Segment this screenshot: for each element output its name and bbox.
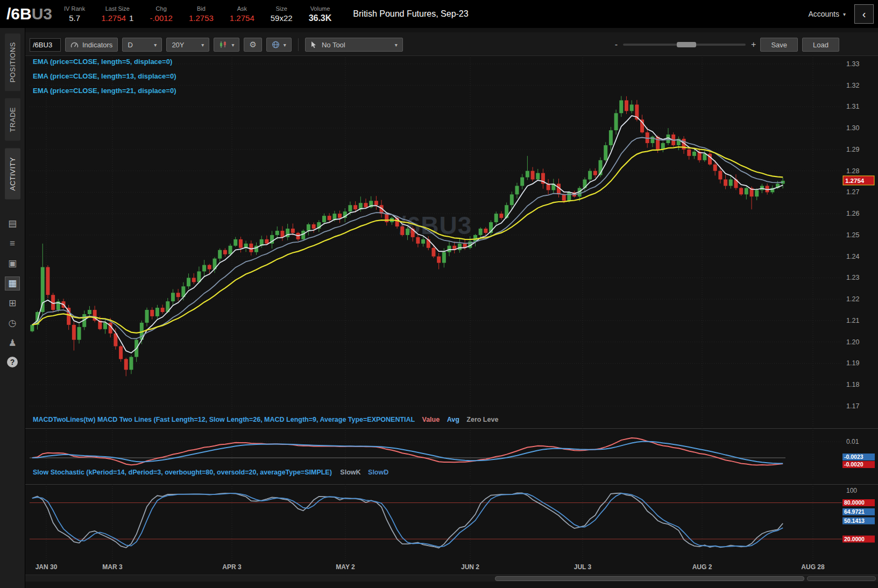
price-axis-label: 1.20: [846, 338, 859, 346]
sidebar-icon-rail: ▤≡▣▦⊞◷♟?: [0, 217, 25, 367]
price-axis-label: 1.29: [846, 146, 859, 153]
stoch-slowk-label: SlowK: [340, 469, 360, 476]
stoch-slowd-label: SlowD: [368, 469, 388, 476]
svg-text:0.01: 0.01: [846, 438, 859, 445]
history-clock-icon[interactable]: ◷: [5, 317, 19, 330]
range-dropdown[interactable]: 20Y ▾: [166, 38, 209, 52]
field-label: Size: [271, 5, 293, 12]
macd-value-line: [32, 438, 783, 465]
header-field-size: Size 59x22: [271, 5, 293, 23]
zoom-slider-thumb[interactable]: [677, 42, 696, 47]
macd-avg-line: [32, 442, 783, 464]
gear-icon: ⚙: [249, 40, 256, 49]
indicators-button[interactable]: Indicators: [65, 38, 118, 52]
tv-icon[interactable]: ▣: [5, 257, 19, 270]
collapse-panel-button[interactable]: ‹: [854, 4, 874, 24]
field-label: Bid: [189, 5, 214, 12]
chevron-down-icon: ▾: [201, 42, 204, 48]
sidebar-tab-positions[interactable]: POSITIONS: [5, 33, 20, 91]
symbol-logo: /6BU3: [0, 5, 64, 23]
macd-avg-label: Avg: [447, 416, 459, 423]
grid-globe-icon: [272, 41, 280, 48]
drawing-tool-dropdown[interactable]: No Tool ▾: [305, 38, 403, 52]
time-axis-label: MAY 2: [336, 563, 355, 571]
macd-value-label: Value: [422, 416, 440, 423]
field-label: Ask: [230, 5, 254, 12]
symbol-input[interactable]: [30, 38, 61, 52]
header-field-iv-rank: IV Rank 5.7: [64, 5, 85, 23]
header-field-bid: Bid 1.2753: [189, 5, 214, 23]
svg-text:-0.0020: -0.0020: [844, 461, 863, 467]
field-value: 1.2753: [189, 13, 214, 23]
chart-type-dropdown[interactable]: ▾: [214, 38, 239, 52]
instrument-title: British Pound Futures, Sep-23: [353, 9, 468, 19]
toolbar-separator: [298, 38, 299, 51]
left-sidebar: POSITIONS TRADE ACTIVITY ▤≡▣▦⊞◷♟?: [0, 28, 25, 588]
stochastic-pane[interactable]: 10080.000064.972150.141320.0000: [25, 484, 878, 561]
grid-layout-dropdown[interactable]: ▾: [266, 38, 292, 52]
header-field-chg: Chg -.0012: [150, 5, 173, 23]
timeframe-dropdown[interactable]: D ▾: [122, 38, 162, 52]
top-header: /6BU3 IV Rank 5.7 Last Size 1.27541 Chg …: [0, 0, 878, 28]
save-button[interactable]: Save: [760, 38, 798, 52]
chart-icon[interactable]: ▦: [5, 277, 19, 290]
load-button[interactable]: Load: [802, 38, 839, 52]
scrollbar-handle[interactable]: [495, 576, 804, 581]
zoom-in-button[interactable]: +: [751, 40, 756, 49]
sidebar-tab-trade[interactable]: TRADE: [5, 98, 20, 141]
scrollbar-right-segment[interactable]: [807, 576, 876, 581]
chart-toolbar: Indicators D ▾ 20Y ▾ ▾ ⚙ ▾ No Tool ▾ - +: [30, 37, 878, 52]
time-axis-label: APR 3: [222, 563, 241, 571]
chart-settings-button[interactable]: ⚙: [244, 38, 261, 52]
chevron-down-icon: ▾: [284, 42, 286, 48]
svg-text:100: 100: [846, 487, 857, 494]
price-axis-label: 1.23: [846, 274, 859, 281]
macd-legend[interactable]: MACDTwoLines(tw) MACD Two Lines (Fast Le…: [33, 416, 498, 423]
field-label: Volume: [309, 5, 332, 12]
help-icon[interactable]: ?: [7, 357, 18, 367]
chevron-down-icon: ▾: [231, 42, 234, 48]
apps-grid-icon[interactable]: ⊞: [5, 297, 19, 310]
stoch-badges: 80.000064.972150.141320.0000: [842, 499, 875, 543]
svg-text:-0.0023: -0.0023: [844, 454, 863, 460]
time-axis-label: AUG 2: [692, 563, 712, 571]
last-price: 1.2754: [101, 13, 126, 23]
sidebar-tabs: POSITIONS TRADE ACTIVITY: [0, 28, 25, 207]
chevron-down-icon: ▾: [843, 11, 846, 17]
zoom-slider-track[interactable]: [623, 44, 746, 46]
timeframe-value: D: [128, 41, 132, 49]
symbol-main: /6B: [6, 5, 32, 23]
field-label: Chg: [150, 5, 173, 12]
stochastic-legend[interactable]: Slow Stochastic (kPeriod=14, dPeriod=3, …: [33, 469, 388, 476]
slowk-line: [32, 493, 783, 548]
field-value: 59x22: [271, 13, 293, 23]
zoom-out-button[interactable]: -: [615, 40, 618, 49]
indicators-label: Indicators: [82, 41, 112, 49]
field-label: Last Size: [101, 5, 133, 12]
news-icon[interactable]: ▤: [5, 217, 19, 230]
price-axis-label: 1.28: [846, 167, 859, 175]
price-axis-label: 1.26: [846, 210, 859, 217]
header-field-ask: Ask 1.2754: [230, 5, 254, 23]
price-axis-label: 1.18: [846, 381, 859, 388]
sidebar-tab-activity[interactable]: ACTIVITY: [5, 148, 20, 200]
time-axis-label: JAN 30: [36, 563, 58, 571]
time-axis-label: JUL 3: [574, 563, 591, 571]
stoch-lines: [32, 493, 783, 548]
chart-scrollbar[interactable]: [25, 575, 878, 582]
price-axis-label: 1.17: [846, 402, 859, 410]
field-value: 1.27541: [101, 13, 133, 23]
price-axis-label: 1.33: [846, 60, 859, 68]
accounts-menu[interactable]: Accounts ▾: [808, 10, 846, 18]
main-price-chart[interactable]: 1.331.321.311.301.291.281.271.261.251.24…: [25, 55, 878, 427]
macd-legend-title: MACDTwoLines(tw) MACD Two Lines (Fast Le…: [33, 416, 415, 423]
price-axis-label: 1.25: [846, 231, 859, 239]
community-icon[interactable]: ♟: [5, 337, 19, 350]
svg-text:80.0000: 80.0000: [844, 499, 865, 506]
tool-label: No Tool: [322, 41, 391, 49]
macd-badges: -0.0023-0.0020: [842, 454, 875, 468]
gauge-icon: [70, 41, 79, 48]
price-axis-label: 1.21: [846, 317, 859, 324]
field-value: 36.3K: [309, 13, 332, 23]
orders-list-icon[interactable]: ≡: [5, 237, 19, 250]
